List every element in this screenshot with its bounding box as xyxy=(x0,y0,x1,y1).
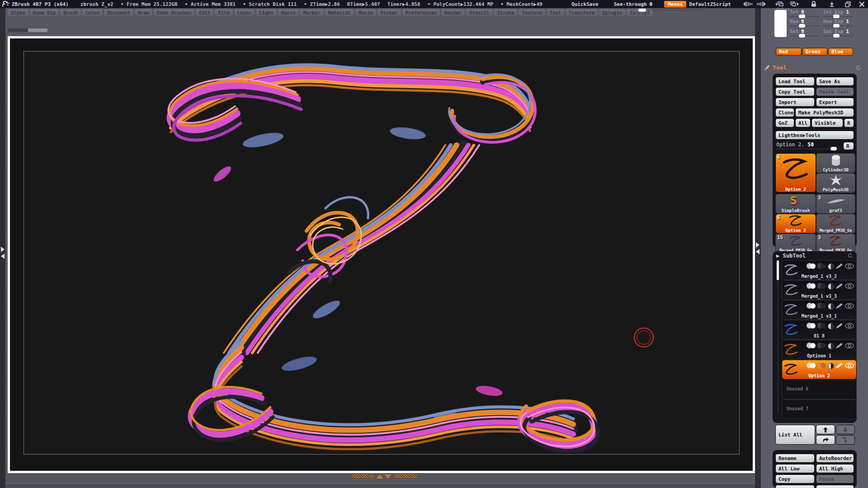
menu-edds-brushes[interactable]: Edds Brushes xyxy=(154,9,194,16)
rename-button[interactable]: Rename xyxy=(775,454,815,463)
tool-tile-merged-b[interactable]: 15 Merged_PM3D_Ge xyxy=(775,234,816,253)
int-exp-slider-handle[interactable] xyxy=(833,14,840,18)
import-button[interactable]: Import xyxy=(775,98,815,107)
blue-button[interactable]: Blue xyxy=(828,48,853,56)
subtool-scrollbar[interactable] xyxy=(777,260,779,280)
menu-marker[interactable]: Marker xyxy=(300,9,324,16)
brush-icon[interactable] xyxy=(835,323,843,329)
close-icon[interactable] xyxy=(859,1,864,7)
menu-material[interactable]: Material xyxy=(325,9,354,16)
scroll-right-icon[interactable] xyxy=(757,1,769,7)
hue-exp-slider[interactable]: Hue Exp 1 xyxy=(823,19,855,24)
menu-transform[interactable]: Transform xyxy=(566,9,598,16)
tool-tile-simplebrush[interactable]: S SimpleBrush xyxy=(775,194,816,214)
export-button[interactable]: Export xyxy=(816,98,854,107)
brush-icon[interactable] xyxy=(835,343,843,349)
menu-stroke[interactable]: Stroke xyxy=(494,9,517,16)
canvas-zoom-bar[interactable] xyxy=(8,28,28,32)
autoreorder-button[interactable]: AutoReorder xyxy=(816,454,854,463)
visible-button[interactable]: Visible xyxy=(811,118,843,127)
option-slider-r-button[interactable]: R xyxy=(843,142,854,150)
subtool-reset-icon[interactable] xyxy=(847,253,853,258)
brush-icon[interactable] xyxy=(835,283,843,289)
option-slider-track[interactable] xyxy=(776,149,841,149)
hue-slider[interactable]: Hue 0 xyxy=(790,19,821,24)
subtool-row[interactable]: Merged_1 v3_3 xyxy=(782,280,857,300)
menu-edit[interactable]: Edit xyxy=(196,9,213,16)
tray-close-icon[interactable] xyxy=(384,474,392,479)
int-slider[interactable]: Int 0 xyxy=(790,9,821,14)
green-button[interactable]: Green xyxy=(802,48,827,56)
subtool-row-unused[interactable]: Unused 6 xyxy=(782,380,857,399)
eye-icon[interactable] xyxy=(845,283,854,289)
menu-texture[interactable]: Texture xyxy=(519,9,545,16)
eye-icon[interactable] xyxy=(845,362,854,369)
open-right-tray-icon[interactable] xyxy=(756,242,760,248)
tool-tile-cylinder3d[interactable]: Cylinder3D xyxy=(816,153,855,173)
save-as-button[interactable]: Save As xyxy=(816,77,854,86)
menus-button[interactable]: Menus xyxy=(664,1,686,8)
subtool-up-button[interactable] xyxy=(816,425,835,434)
tool-tile-option2-small[interactable]: 6 Option 2 xyxy=(775,214,816,234)
brush-icon[interactable] xyxy=(835,362,843,369)
color-swatch[interactable] xyxy=(774,10,787,37)
menu-movie[interactable]: Movie xyxy=(355,9,376,16)
subtool-scrollbar-track[interactable] xyxy=(778,281,778,413)
canvas-zoom-handle[interactable] xyxy=(28,28,47,32)
clone-button[interactable]: Clone xyxy=(775,108,794,117)
menu-brush[interactable]: Brush xyxy=(60,9,81,16)
subtool-row[interactable]: Merged_1 v3_1 xyxy=(782,300,857,320)
red-button[interactable]: Red xyxy=(776,48,802,56)
subtool-row[interactable]: 01 8 xyxy=(782,320,857,340)
close-left-tray-icon[interactable] xyxy=(1,253,5,259)
list-all-button[interactable]: List All xyxy=(775,425,815,445)
sculpt-canvas[interactable] xyxy=(10,38,753,471)
tool-reset-icon[interactable] xyxy=(855,65,862,71)
scroll-left-icon[interactable] xyxy=(741,1,752,7)
subtool-row[interactable]: Merged_1 v3_2 xyxy=(782,260,857,280)
sat-exp-slider[interactable]: Sat Exp 1 xyxy=(823,28,855,34)
eye-icon[interactable] xyxy=(845,303,854,309)
subtool-row-selected[interactable]: Option 2 xyxy=(782,360,857,380)
brush-icon[interactable] xyxy=(835,263,843,269)
tool-tile-option2-large[interactable]: 6 Option 2 xyxy=(775,153,816,192)
sat-exp-slider-handle[interactable] xyxy=(833,34,840,38)
all-low-button[interactable]: All Low xyxy=(775,464,815,473)
tray-open-icon[interactable] xyxy=(376,474,383,479)
open-left-tray-icon[interactable] xyxy=(1,247,5,252)
menu-alpha[interactable]: Alpha xyxy=(8,9,28,16)
copy-subtool-button[interactable]: Copy xyxy=(775,474,815,483)
tool-tile-merged-c[interactable]: 3 Merged_PM3D_Ge xyxy=(816,234,855,253)
tool-tile-merged-a[interactable]: Merged_PM3D_Ge xyxy=(816,214,855,234)
right-tray-divider[interactable] xyxy=(755,8,761,488)
contrast-icon[interactable] xyxy=(828,263,834,270)
left-tray-divider[interactable] xyxy=(0,8,5,488)
see-through-slider-track[interactable] xyxy=(646,10,700,10)
option-slider-handle[interactable] xyxy=(830,147,837,150)
partial-button[interactable] xyxy=(775,485,815,488)
int-slider-handle[interactable] xyxy=(799,14,805,18)
make-polymesh3d-button[interactable]: Make PolyMesh3D xyxy=(795,108,854,117)
int-exp-slider[interactable]: Int Exp 1 xyxy=(823,9,855,14)
menu-stencil[interactable]: Stencil xyxy=(466,9,492,16)
copy-tool-button[interactable]: Copy Tool xyxy=(775,87,815,96)
tray-toggle-strip-right[interactable] xyxy=(393,474,417,478)
tool-tile-polymesh3d[interactable]: PolyMesh3D xyxy=(816,173,855,193)
goz-button[interactable]: GoZ xyxy=(775,118,794,127)
default-zscript-button[interactable]: DefaultZScript xyxy=(689,1,731,7)
menu-light[interactable]: Light xyxy=(256,9,277,16)
tool-tile-graf3[interactable]: 3 graf3 xyxy=(816,194,855,214)
menu-tool[interactable]: Tool xyxy=(547,9,564,16)
quicksave-button[interactable]: QuickSave xyxy=(571,1,599,7)
eye-icon[interactable] xyxy=(845,343,854,349)
menu-boom-bip[interactable]: Boom Bip xyxy=(30,9,59,16)
eye-icon[interactable] xyxy=(845,263,854,269)
eye-icon[interactable] xyxy=(845,323,854,329)
all-high-button[interactable]: All High xyxy=(816,464,854,473)
menu-file[interactable]: File xyxy=(215,9,232,16)
menu-preferences[interactable]: Preferences xyxy=(402,9,440,16)
hue-exp-slider-handle[interactable] xyxy=(833,24,840,28)
hue-slider-handle[interactable] xyxy=(799,24,805,28)
menu-draw[interactable]: Draw xyxy=(135,9,152,16)
restore-window-icon[interactable] xyxy=(845,1,851,7)
